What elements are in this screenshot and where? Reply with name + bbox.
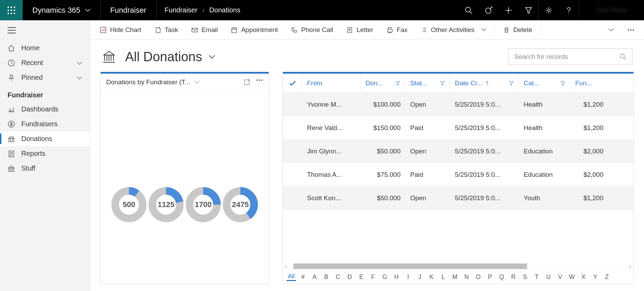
alpha-filter-t[interactable]: T <box>532 273 542 281</box>
col-fundraiser[interactable]: Fun... <box>570 74 608 93</box>
sidebar-item-dashboards[interactable]: Dashboards <box>0 102 90 117</box>
sidebar-item-recent[interactable]: Recent <box>0 55 90 70</box>
help-button[interactable] <box>559 0 579 20</box>
alpha-filter-f[interactable]: F <box>368 273 378 281</box>
alpha-filter-o[interactable]: O <box>473 273 483 281</box>
horizontal-scrollbar[interactable]: ‹ › <box>283 263 633 270</box>
alpha-filter-z[interactable]: Z <box>602 273 612 281</box>
email-icon <box>191 26 198 33</box>
alpha-filter-u[interactable]: U <box>544 273 553 281</box>
user-menu[interactable]: User Name <box>579 0 644 20</box>
svg-point-23 <box>620 54 624 58</box>
table-row[interactable]: Yvonne M... $100.000 Open 5/25/2019 5:0.… <box>283 93 633 116</box>
task-flow-button[interactable] <box>479 0 499 20</box>
cmd-other-activities[interactable]: Other Activities <box>414 23 492 36</box>
cmd-delete[interactable]: Delete <box>497 23 538 36</box>
cmd-task[interactable]: Task <box>148 23 184 36</box>
alpha-filter-#[interactable]: # <box>298 273 308 281</box>
bank-icon <box>8 165 15 172</box>
clock-icon <box>8 59 15 67</box>
cmd-email[interactable]: Email <box>185 23 224 36</box>
scrollbar-thumb[interactable] <box>293 263 527 269</box>
sidebar-item-donations[interactable]: Donations <box>0 131 90 146</box>
sidebar-item-pinned[interactable]: Pinned <box>0 70 90 85</box>
sidebar-item-reports[interactable]: Reports <box>0 146 90 161</box>
alpha-filter-m[interactable]: M <box>450 273 460 281</box>
page-title[interactable]: All Donations <box>125 50 215 64</box>
breadcrumb-root[interactable]: Fundraiser <box>165 6 198 14</box>
sidebar-item-fundraisers[interactable]: Fundraisers <box>0 117 90 131</box>
chevron-down-icon <box>77 59 82 67</box>
alpha-filter-l[interactable]: L <box>438 273 448 281</box>
advanced-find-button[interactable] <box>519 0 538 20</box>
table-row[interactable]: Scott Kon... $50.000 Open 5/25/2019 5:0.… <box>283 186 633 210</box>
alpha-filter-s[interactable]: S <box>520 273 530 281</box>
search-input[interactable]: Search for records <box>509 48 632 65</box>
cmd-letter[interactable]: Letter <box>340 23 380 36</box>
alpha-filter-w[interactable]: W <box>567 273 577 281</box>
alpha-filter-i[interactable]: I <box>403 273 413 281</box>
cell-donation: $100.000 <box>361 101 405 108</box>
col-date-created[interactable]: Date Cr... <box>450 74 519 93</box>
alpha-filter-e[interactable]: E <box>357 273 366 281</box>
alpha-filter-x[interactable]: X <box>579 273 588 281</box>
product-switcher[interactable]: Dynamics 365 <box>23 0 100 20</box>
cell-date: 5/25/2019 5:0... <box>450 101 519 108</box>
scroll-right-arrow[interactable]: › <box>629 263 631 270</box>
alpha-filter-r[interactable]: R <box>509 273 518 281</box>
sidebar-item-stuff[interactable]: Stuff <box>0 161 90 176</box>
cmd-overflow-more[interactable] <box>621 26 641 34</box>
table-row[interactable]: Thomas A... $75.000 Paid 5/25/2019 5:0..… <box>283 163 633 186</box>
quick-create-button[interactable] <box>499 0 519 20</box>
col-status[interactable]: Stat... <box>405 74 450 93</box>
cmd-appointment[interactable]: Appointment <box>225 23 284 36</box>
nav-collapse-button[interactable] <box>0 22 90 41</box>
scroll-left-arrow[interactable]: ‹ <box>285 263 287 270</box>
filter-icon[interactable] <box>440 81 445 86</box>
select-all-checkbox[interactable] <box>283 74 302 93</box>
money-icon <box>8 120 15 128</box>
col-from[interactable]: From <box>302 74 361 93</box>
more-icon[interactable] <box>256 79 263 81</box>
cmd-phone[interactable]: Phone Call <box>285 23 339 36</box>
cell-donation: $75.000 <box>361 171 405 179</box>
chevron-down-icon[interactable] <box>194 80 200 84</box>
table-row[interactable]: Rene Vald... $150.000 Paid 5/25/2019 5:0… <box>283 116 633 140</box>
sidebar-item-label: Pinned <box>21 74 43 82</box>
cell-donation: $50.000 <box>361 148 405 155</box>
cmd-overflow-chevron[interactable] <box>602 25 620 34</box>
alpha-filter-c[interactable]: C <box>333 273 343 281</box>
alpha-filter-b[interactable]: B <box>321 273 331 281</box>
alpha-filter-d[interactable]: D <box>345 273 354 281</box>
grid-header: From Don... Stat... Date Cr... Cat... Fu… <box>283 74 633 93</box>
filter-icon[interactable] <box>509 81 514 86</box>
expand-icon[interactable] <box>244 79 250 85</box>
col-donation[interactable]: Don... <box>361 74 405 93</box>
alpha-filter-a[interactable]: A <box>310 273 319 281</box>
alpha-filter-g[interactable]: G <box>380 273 390 281</box>
global-search-button[interactable] <box>459 0 479 20</box>
settings-button[interactable] <box>539 0 559 20</box>
cell-category: Education <box>519 148 570 155</box>
alpha-filter-j[interactable]: J <box>415 273 425 281</box>
alpha-filter-k[interactable]: K <box>427 273 436 281</box>
breadcrumb: Fundraiser › Donations <box>156 0 249 20</box>
col-category[interactable]: Cat... <box>519 74 570 93</box>
alpha-filter-q[interactable]: Q <box>497 273 506 281</box>
product-name: Dynamics 365 <box>32 6 80 15</box>
cmd-hide-chart[interactable]: Hide Chart <box>94 23 148 36</box>
alpha-filter-v[interactable]: V <box>555 273 565 281</box>
alpha-filter-p[interactable]: P <box>485 273 495 281</box>
app-launcher-button[interactable] <box>0 0 23 20</box>
cmd-fax[interactable]: Fax <box>380 23 414 36</box>
table-row[interactable]: Jim Glynn... $50.000 Open 5/25/2019 5:0.… <box>283 140 633 163</box>
cell-fundraiser: $2,000 <box>570 171 608 179</box>
sidebar-item-home[interactable]: Home <box>0 41 90 55</box>
alpha-filter-all[interactable]: All <box>286 273 296 281</box>
alpha-filter-y[interactable]: Y <box>590 273 600 281</box>
filter-icon[interactable] <box>560 81 565 86</box>
alpha-filter-h[interactable]: H <box>392 273 401 281</box>
alpha-filter-n[interactable]: N <box>462 273 471 281</box>
filter-icon[interactable] <box>395 81 400 86</box>
chart-title: Donations by Fundraiser (T... <box>106 78 190 86</box>
